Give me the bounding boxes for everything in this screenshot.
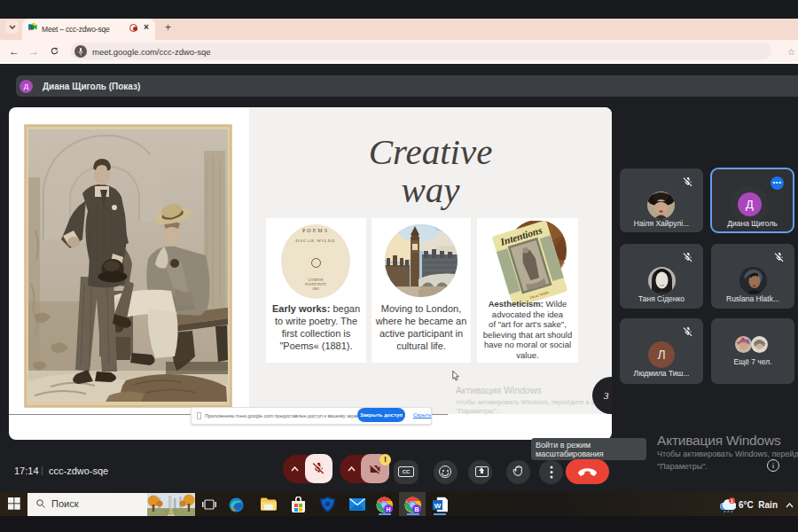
svg-text:H: H — [386, 506, 390, 512]
svg-text:B: B — [414, 506, 419, 512]
svg-text:W: W — [434, 502, 442, 510]
svg-text:1: 1 — [731, 498, 733, 504]
